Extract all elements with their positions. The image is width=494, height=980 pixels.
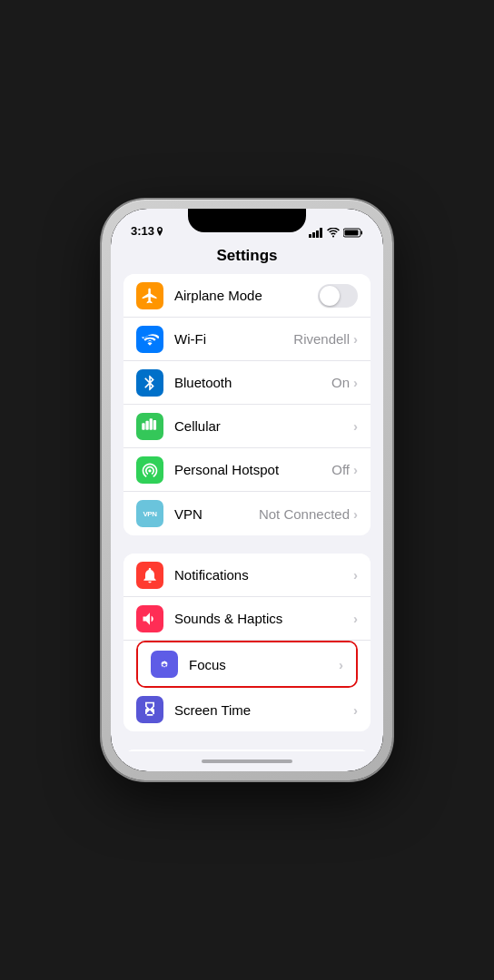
toggle-thumb bbox=[320, 286, 340, 306]
sounds-icon-bg bbox=[136, 605, 163, 632]
bluetooth-row[interactable]: Bluetooth On › bbox=[124, 361, 370, 405]
page-header: Settings bbox=[111, 243, 383, 274]
svg-rect-1 bbox=[312, 232, 315, 238]
status-time: 3:13 bbox=[131, 224, 163, 238]
notifications-icon bbox=[141, 566, 159, 584]
vpn-row[interactable]: VPN VPN Not Connected › bbox=[124, 492, 370, 535]
focus-row[interactable]: Focus › bbox=[138, 642, 356, 686]
bluetooth-value: On bbox=[331, 375, 350, 390]
time-label: 3:13 bbox=[131, 224, 154, 238]
sounds-chevron: › bbox=[353, 611, 358, 626]
screentime-icon bbox=[141, 701, 159, 719]
vpn-chevron: › bbox=[353, 506, 358, 522]
wifi-label: Wi-Fi bbox=[174, 331, 293, 347]
focus-highlight-container: Focus › bbox=[136, 641, 358, 688]
hotspot-label: Personal Hotspot bbox=[174, 462, 331, 477]
connectivity-group: Airplane Mode Wi-Fi Rivendel bbox=[124, 274, 370, 535]
hotspot-icon bbox=[141, 461, 159, 479]
focus-icon bbox=[155, 655, 173, 673]
wifi-icon-bg bbox=[136, 326, 163, 353]
vpn-value: Not Connected bbox=[259, 506, 350, 522]
notch bbox=[188, 209, 306, 232]
sounds-row[interactable]: Sounds & Haptics › bbox=[124, 597, 370, 641]
phone-frame: 3:13 bbox=[102, 200, 392, 780]
airplane-mode-toggle[interactable] bbox=[318, 284, 358, 308]
notifications-icon-bg bbox=[136, 562, 163, 589]
hotspot-chevron: › bbox=[353, 462, 358, 477]
notifications-group: Notifications › Sounds & Haptics › bbox=[124, 554, 370, 731]
svg-rect-6 bbox=[345, 230, 359, 236]
svg-rect-3 bbox=[320, 228, 322, 238]
cellular-row[interactable]: Cellular › bbox=[124, 405, 370, 448]
screentime-row[interactable]: Screen Time › bbox=[124, 688, 370, 731]
general-row[interactable]: General › bbox=[124, 750, 370, 751]
screen: 3:13 bbox=[111, 209, 383, 771]
wifi-value: Rivendell bbox=[293, 331, 350, 347]
notifications-label: Notifications bbox=[174, 567, 353, 583]
focus-label: Focus bbox=[189, 657, 339, 672]
focus-icon-bg bbox=[151, 651, 178, 678]
cellular-icon bbox=[141, 417, 159, 436]
display-group: General › Control Center › bbox=[124, 750, 370, 751]
screentime-icon-bg bbox=[136, 696, 163, 723]
svg-rect-5 bbox=[361, 231, 363, 235]
signal-icon bbox=[309, 228, 323, 238]
settings-content[interactable]: Airplane Mode Wi-Fi Rivendel bbox=[111, 274, 383, 751]
hotspot-icon-bg bbox=[136, 456, 163, 484]
wifi-row[interactable]: Wi-Fi Rivendell › bbox=[124, 318, 370, 361]
svg-rect-2 bbox=[316, 230, 319, 238]
focus-chevron: › bbox=[339, 657, 343, 672]
phone-inner: 3:13 bbox=[111, 209, 383, 771]
svg-rect-0 bbox=[309, 234, 311, 238]
bluetooth-icon-bg bbox=[136, 369, 163, 397]
focus-highlight: Focus › bbox=[136, 641, 358, 688]
airplane-icon bbox=[141, 287, 159, 305]
status-icons bbox=[309, 228, 363, 238]
wifi-chevron: › bbox=[353, 331, 358, 347]
airplane-mode-label: Airplane Mode bbox=[174, 288, 318, 303]
hotspot-row[interactable]: Personal Hotspot Off › bbox=[124, 448, 370, 492]
battery-icon bbox=[343, 228, 363, 238]
hotspot-value: Off bbox=[331, 462, 350, 477]
cellular-icon-bg bbox=[136, 413, 163, 440]
airplane-mode-icon-bg bbox=[136, 282, 163, 309]
vpn-text-icon: VPN bbox=[143, 510, 157, 518]
vpn-label: VPN bbox=[174, 506, 259, 522]
wifi-icon bbox=[141, 330, 159, 348]
screentime-label: Screen Time bbox=[174, 702, 353, 718]
location-icon bbox=[156, 227, 163, 236]
home-indicator bbox=[111, 751, 383, 771]
wifi-status-icon bbox=[327, 228, 340, 238]
sounds-icon bbox=[141, 610, 159, 628]
notifications-chevron: › bbox=[353, 567, 358, 583]
sounds-label: Sounds & Haptics bbox=[174, 611, 353, 626]
page-title: Settings bbox=[216, 247, 277, 264]
notifications-row[interactable]: Notifications › bbox=[124, 554, 370, 597]
cellular-chevron: › bbox=[353, 418, 358, 434]
cellular-label: Cellular bbox=[174, 418, 353, 434]
screentime-chevron: › bbox=[353, 702, 358, 718]
airplane-mode-row[interactable]: Airplane Mode bbox=[124, 274, 370, 318]
bluetooth-chevron: › bbox=[353, 375, 358, 390]
bluetooth-icon bbox=[141, 374, 159, 392]
bluetooth-label: Bluetooth bbox=[174, 375, 331, 390]
vpn-icon-bg: VPN bbox=[136, 500, 163, 527]
home-bar bbox=[202, 760, 292, 763]
